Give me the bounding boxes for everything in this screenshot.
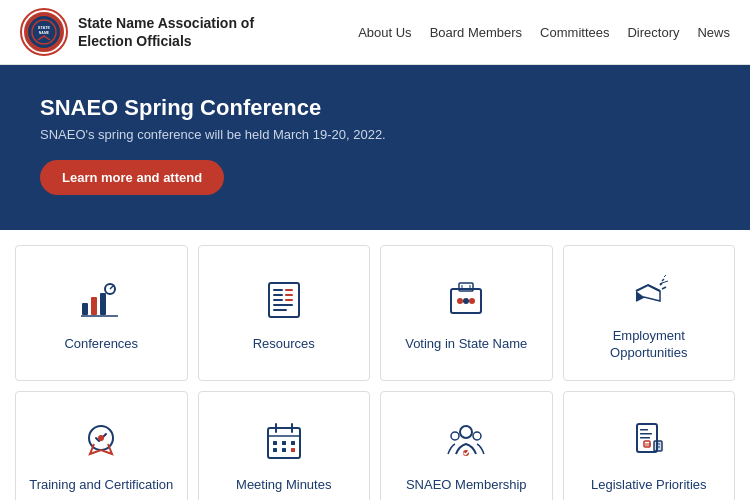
card-conferences[interactable]: Conferences bbox=[15, 245, 188, 381]
card-legislative[interactable]: Legislative Priorities bbox=[563, 391, 736, 500]
logo-area: STATE NAME State Name Association of Ele… bbox=[20, 8, 258, 56]
membership-icon bbox=[440, 415, 492, 467]
svg-point-43 bbox=[460, 426, 472, 438]
card-membership[interactable]: SNAEO Membership bbox=[380, 391, 553, 500]
card-grid: Conferences Resources bbox=[0, 230, 750, 500]
svg-point-44 bbox=[451, 432, 459, 440]
svg-line-8 bbox=[110, 285, 114, 289]
svg-rect-55 bbox=[654, 441, 662, 451]
nav-board[interactable]: Board Members bbox=[430, 25, 522, 40]
nav-news[interactable]: News bbox=[697, 25, 730, 40]
svg-rect-5 bbox=[91, 297, 97, 315]
card-training[interactable]: Training and Certification bbox=[15, 391, 188, 500]
svg-rect-14 bbox=[285, 289, 293, 291]
resources-icon bbox=[258, 274, 310, 326]
svg-rect-40 bbox=[273, 448, 277, 452]
svg-rect-12 bbox=[273, 294, 283, 296]
svg-rect-37 bbox=[273, 441, 277, 445]
voting-icon bbox=[440, 274, 492, 326]
svg-rect-38 bbox=[282, 441, 286, 445]
card-meeting[interactable]: Meeting Minutes bbox=[198, 391, 371, 500]
svg-line-27 bbox=[662, 279, 664, 281]
conferences-icon bbox=[75, 274, 127, 326]
svg-point-32 bbox=[98, 435, 104, 441]
employment-icon bbox=[623, 266, 675, 318]
site-header: STATE NAME State Name Association of Ele… bbox=[0, 0, 750, 65]
voting-label: Voting in State Name bbox=[405, 336, 527, 353]
hero-subtitle: SNAEO's spring conference will be held M… bbox=[40, 127, 710, 142]
svg-rect-49 bbox=[640, 433, 652, 435]
employment-label: Employment Opportunities bbox=[574, 328, 725, 362]
svg-point-21 bbox=[457, 298, 463, 304]
membership-label: SNAEO Membership bbox=[406, 477, 527, 494]
svg-line-29 bbox=[662, 287, 666, 289]
training-label: Training and Certification bbox=[29, 477, 173, 494]
learn-more-button[interactable]: Learn more and attend bbox=[40, 160, 224, 195]
svg-rect-50 bbox=[640, 437, 650, 439]
meeting-icon bbox=[258, 415, 310, 467]
training-icon bbox=[75, 415, 127, 467]
meeting-label: Meeting Minutes bbox=[236, 477, 331, 494]
svg-rect-42 bbox=[291, 448, 295, 452]
nav-about[interactable]: About Us bbox=[358, 25, 411, 40]
svg-point-45 bbox=[473, 432, 481, 440]
svg-text:STATE: STATE bbox=[38, 25, 51, 30]
svg-rect-4 bbox=[82, 303, 88, 315]
logo-circle: STATE NAME bbox=[20, 8, 68, 56]
svg-rect-39 bbox=[291, 441, 295, 445]
svg-text:NAME: NAME bbox=[39, 31, 50, 35]
org-name: State Name Association of Election Offic… bbox=[78, 14, 258, 50]
svg-rect-6 bbox=[100, 293, 106, 315]
hero-banner: SNAEO Spring Conference SNAEO's spring c… bbox=[0, 65, 750, 230]
card-employment[interactable]: Employment Opportunities bbox=[563, 245, 736, 381]
hero-title: SNAEO Spring Conference bbox=[40, 95, 710, 121]
legislative-icon bbox=[623, 415, 675, 467]
nav-committees[interactable]: Committees bbox=[540, 25, 609, 40]
svg-rect-15 bbox=[285, 294, 293, 296]
svg-rect-13 bbox=[273, 299, 283, 301]
main-nav: About Us Board Members Committees Direct… bbox=[358, 25, 730, 40]
svg-rect-11 bbox=[273, 289, 283, 291]
svg-rect-41 bbox=[282, 448, 286, 452]
svg-line-28 bbox=[664, 275, 666, 277]
svg-rect-48 bbox=[640, 429, 648, 431]
svg-point-22 bbox=[463, 298, 469, 304]
conferences-label: Conferences bbox=[64, 336, 138, 353]
logo-inner: STATE NAME bbox=[24, 12, 64, 52]
svg-rect-16 bbox=[285, 299, 293, 301]
svg-rect-51 bbox=[644, 441, 650, 447]
card-voting[interactable]: Voting in State Name bbox=[380, 245, 553, 381]
legislative-label: Legislative Priorities bbox=[591, 477, 707, 494]
card-resources[interactable]: Resources bbox=[198, 245, 371, 381]
svg-line-26 bbox=[660, 283, 662, 285]
svg-point-23 bbox=[469, 298, 475, 304]
svg-line-30 bbox=[662, 281, 668, 283]
svg-rect-18 bbox=[273, 309, 287, 311]
resources-label: Resources bbox=[253, 336, 315, 353]
svg-rect-17 bbox=[273, 304, 293, 306]
nav-directory[interactable]: Directory bbox=[627, 25, 679, 40]
